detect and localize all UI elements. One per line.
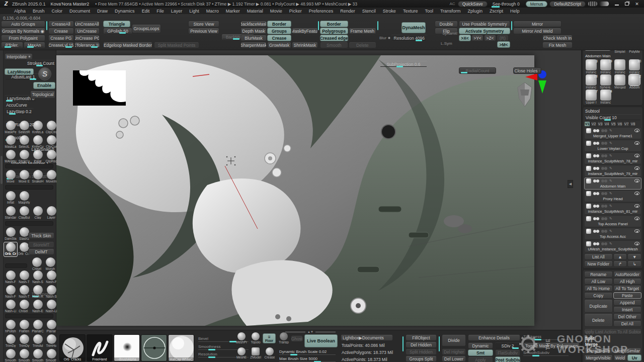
menu-item[interactable]: Alpha (14, 9, 26, 14)
version-tab[interactable]: V1 (584, 121, 590, 127)
divider-config-icon[interactable] (613, 1, 621, 7)
shelf-slider[interactable]: PToler. (1, 42, 23, 48)
visibility-eye-icon[interactable] (634, 217, 639, 220)
see-through-slider[interactable]: See-through 0 (490, 2, 523, 7)
enable-button[interactable]: Enable (33, 82, 55, 89)
move-down-button[interactable]: ▼ (627, 253, 641, 260)
brush-filter-field[interactable] (5, 263, 27, 268)
subtool-row[interactable]: ✎ Top Access Acc (584, 228, 641, 240)
del-all-button[interactable]: Del All (613, 320, 642, 327)
polypaint-toggle-icon[interactable] (593, 129, 596, 132)
brush-item[interactable]: Flatten (18, 320, 31, 334)
previous-view-button[interactable]: Previous View (188, 28, 219, 34)
double-button[interactable]: Double (435, 21, 458, 27)
lightbox-documents-button[interactable]: Lightbox▶Documents (341, 334, 393, 341)
version-tab[interactable]: V5 (610, 121, 616, 127)
paint-icon[interactable]: ✎ (609, 129, 612, 133)
version-tab[interactable]: V3 (597, 121, 603, 127)
uv-toggle-icon[interactable] (601, 192, 604, 195)
delete-button[interactable]: Delete (584, 313, 613, 327)
transparency-toggle[interactable]: Transp (278, 332, 290, 344)
action-button[interactable]: All To Home (584, 285, 613, 292)
duplicate-button[interactable]: Duplicate (584, 299, 613, 313)
paint-icon[interactable]: ✎ (609, 242, 612, 246)
menu-item[interactable]: Help (510, 9, 520, 14)
gpolish-slider[interactable]: GPolish 50 (103, 28, 132, 34)
shelf-button[interactable]: BlurMask (240, 35, 267, 41)
brush-item[interactable]: ClipRec (45, 150, 58, 164)
brush-item[interactable]: Smooth (18, 349, 31, 362)
topology-toggle[interactable]: Topolo (250, 332, 262, 344)
shelf-button[interactable]: Delete (349, 42, 377, 48)
brush-item[interactable]: Nash-E (31, 300, 44, 314)
polypaint-toggle-icon[interactable] (593, 179, 596, 183)
shelf-button[interactable]: Auto Groups (1, 21, 45, 27)
brush-item[interactable]: Nash-Li (45, 300, 58, 314)
fix-mesh-button[interactable]: Fix Mesh (542, 42, 573, 48)
lazystep-slider[interactable]: LazyStep 0.2 (5, 108, 34, 115)
topological-button[interactable]: Topological (30, 90, 55, 99)
subtool-header[interactable]: Subtool (584, 108, 641, 114)
axis-button[interactable]: >X< (459, 35, 471, 41)
visibility-eye-icon[interactable] (634, 129, 639, 132)
brush-item[interactable]: Magnify (18, 191, 31, 205)
polypaint-toggle-icon[interactable] (593, 142, 596, 145)
brush-item[interactable]: Smooth (4, 349, 17, 362)
apply-button[interactable]: Apply (468, 356, 493, 362)
brush-item[interactable]: Chisel_ (18, 300, 31, 314)
shelf-button[interactable]: CreaseLvl 15 (48, 42, 74, 48)
subtool-thumbnail[interactable] (586, 204, 591, 209)
paint-icon[interactable]: ✎ (609, 204, 612, 208)
brush-item[interactable]: KnifeCu (31, 135, 44, 149)
menu-item[interactable]: Material (247, 9, 263, 14)
blur-label[interactable]: Blur (379, 36, 390, 40)
brush-item[interactable]: MaskPe (4, 121, 17, 135)
uv-toggle-icon[interactable] (601, 242, 604, 245)
panel-collapse-arrow[interactable]: ◀ (568, 180, 573, 188)
menu-item[interactable]: Stroke (383, 9, 396, 14)
polypaint-toggle-icon[interactable] (593, 217, 596, 220)
shelf-divider-handle[interactable]: ▲▼ (285, 330, 336, 333)
menu-item[interactable]: Texture (403, 9, 418, 14)
shelf-button[interactable]: Groups (267, 28, 291, 34)
toggle-mask-by-polygroups-button[interactable]: Toggle Mask By Polygroups (523, 342, 580, 349)
menu-item[interactable]: Brush (33, 9, 45, 14)
action-button[interactable]: Paste (613, 292, 642, 299)
brush-item[interactable]: PlanarC (31, 320, 44, 334)
polypaint-toggle-icon[interactable] (593, 230, 596, 233)
action-button[interactable]: AutoReorder (613, 271, 642, 278)
uv-button[interactable]: Uv (627, 354, 641, 361)
brush-filter-field[interactable] (5, 221, 53, 226)
action-button[interactable]: All To Target (613, 285, 642, 292)
brush-item[interactable]: Nash-T (18, 270, 31, 285)
use-posable-symmetry-button[interactable]: Use Posable Symmetry (459, 21, 510, 27)
delmt-button[interactable]: DelMT (28, 248, 54, 255)
post-subdiv-button[interactable]: Post SubDiv (495, 356, 520, 362)
axis-button[interactable]: (R) (497, 35, 509, 41)
brush-filter-field[interactable] (5, 314, 53, 318)
crease-toggle[interactable]: Crease (264, 347, 276, 359)
menu-item[interactable]: Zscript (490, 9, 503, 14)
brush-item[interactable]: Morph (44, 257, 57, 272)
dynamic-brush-scale-slider[interactable]: Dynamic Brush Scale 0.02 (279, 349, 336, 355)
smooth-subdiv-slider[interactable]: SmoothSubdiv (523, 350, 569, 356)
menu-item[interactable]: Macro (206, 9, 219, 14)
smt-button[interactable]: Smt (468, 349, 493, 356)
visibility-eye-icon[interactable] (634, 204, 639, 208)
subtool-thumbnail[interactable] (586, 241, 591, 246)
strokes-count-slider[interactable]: Strokes Count (26, 60, 55, 66)
move-into-folder-button[interactable]: ↳ (627, 260, 641, 267)
live-boolean-button[interactable]: Live Boolean (304, 334, 338, 347)
menu-item[interactable]: Light (189, 9, 199, 14)
menu-item[interactable]: Transform (440, 9, 461, 14)
ghost-toggle[interactable]: Ghost (291, 335, 303, 342)
left-rail-scrollbar[interactable] (0, 50, 4, 362)
subtool-thumbnail[interactable] (586, 191, 591, 196)
brush-item[interactable]: Nash-F (45, 270, 58, 285)
brush-item[interactable]: TrimAd (31, 334, 44, 348)
shelf-button[interactable]: UnCrease (74, 28, 100, 34)
shelf-button[interactable]: Depth Mask (240, 28, 267, 34)
brush-item[interactable]: Move E (18, 170, 31, 184)
polypaint-toggle-icon[interactable] (593, 205, 596, 208)
edgeloop-masked-border-button[interactable]: Edgeloop Masked Border (103, 42, 152, 48)
